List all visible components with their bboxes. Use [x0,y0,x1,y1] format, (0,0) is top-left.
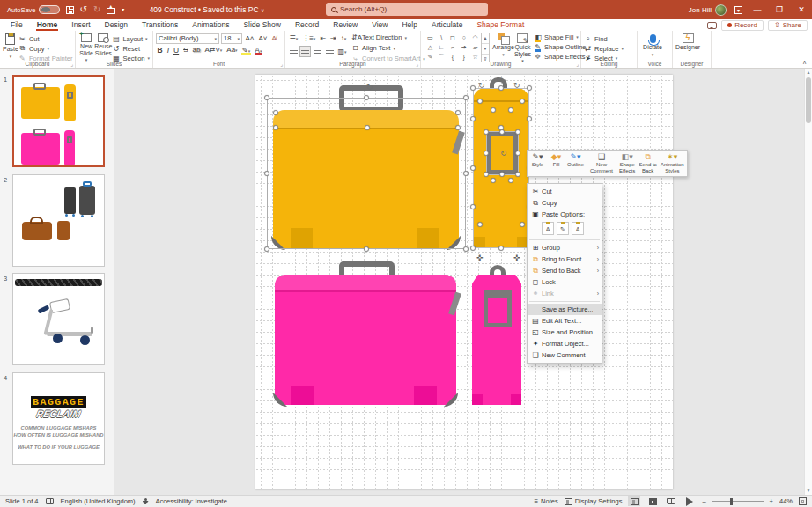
zoom-out-button[interactable]: – [702,497,705,505]
selection-handle[interactable] [508,107,513,113]
paste-option-keep-text-only-button[interactable]: A [572,222,584,235]
selection-handle[interactable] [470,246,476,251]
change-case-button[interactable]: Aa▾ [225,46,239,54]
document-title[interactable]: 409 Construct • Saved to this PC ∨ [132,5,282,14]
selection-handle[interactable] [463,95,469,100]
shapes-gallery-scroll[interactable]: ▲▼⊽ [482,33,490,62]
comments-icon[interactable] [707,22,717,29]
new-slide-button[interactable]: New Slide▾ [78,33,94,62]
selection-handle[interactable] [484,151,489,156]
paragraph-dialog-launcher-icon[interactable]: ⌟ [416,61,418,67]
line-spacing-button[interactable]: ↕▾ [339,34,348,42]
shape-gallery-item[interactable]: ◠ [473,33,478,42]
selection-handle[interactable] [520,222,525,227]
selection-handle[interactable] [491,178,496,183]
character-spacing-button[interactable]: A⇄V▾ [203,46,224,54]
slideshow-view-button[interactable] [683,496,696,506]
context-menu-item-save-as-picture[interactable]: Save as Picture... [528,304,602,315]
shape-gallery-item[interactable]: ▭ [427,33,433,42]
selection-handle[interactable] [515,151,520,156]
selection-handle[interactable] [508,178,513,183]
display-settings-button[interactable]: Display Settings [565,497,623,505]
bullets-button[interactable]: ☰▾ [288,34,299,42]
tab-animations[interactable]: Animations [185,19,236,31]
justify-button[interactable] [324,48,335,55]
mini-toolbar-shape-effects-button[interactable]: ◧▾Shape Effects [617,151,637,175]
decrease-indent-button[interactable]: ⇤ [319,34,328,42]
selection-handle[interactable] [364,246,369,252]
language-status[interactable]: English (United Kingdom) [61,497,136,505]
find-button[interactable]: ⌕Find [584,34,624,43]
mini-toolbar-new-comment-button[interactable]: ❑New Comment [588,151,615,175]
designer-button[interactable]: Designer [675,33,700,51]
context-menu-item-copy[interactable]: ⧉Copy [528,197,602,209]
font-family-select[interactable]: Calibri (Body)▾ [156,33,219,44]
rotation-handle[interactable]: ↻ [513,82,520,90]
clipboard-dialog-launcher-icon[interactable]: ⌟ [70,61,73,67]
mini-toolbar-fill-button[interactable]: ◆▾Fill [547,151,565,175]
slide-indicator[interactable]: Slide 1 of 4 [5,497,39,505]
selection-handle[interactable] [515,129,520,135]
pink-bag-knob-shape[interactable] [490,265,506,276]
bold-button[interactable]: B [156,46,164,55]
rotation-handle[interactable]: ↻ [478,82,485,90]
notes-button[interactable]: ≡Notes [534,497,557,505]
tab-home[interactable]: Home [30,19,65,31]
rotation-handle[interactable]: ↻ [496,76,503,84]
move-handle-icon[interactable]: ✜ [513,254,520,262]
tab-transitions[interactable]: Transitions [135,19,185,31]
selection-handle[interactable] [470,85,476,91]
autosave-switch-icon[interactable]: On [39,5,60,14]
context-menu-item-group[interactable]: ⊞Group› [528,242,602,254]
selection-handle[interactable] [264,95,269,100]
text-direction-button[interactable]: ⇵AText Direction ▾ [351,33,425,42]
slide-thumbnail-2[interactable] [12,174,105,267]
underline-button[interactable]: U [173,46,181,55]
scroll-up-icon[interactable]: ▲ [805,69,812,77]
columns-button[interactable]: ▥▾ [336,48,348,55]
selection-handle[interactable] [527,116,532,121]
context-menu-item-size-and-position[interactable]: ◱Size and Position... [528,327,602,338]
selection-handle[interactable] [484,172,489,177]
selection-handle[interactable] [470,204,476,209]
selection-handle[interactable] [264,246,269,252]
selection-handle[interactable] [455,125,461,130]
text-shadow-button[interactable]: ab [191,46,202,54]
font-color-button[interactable]: A▾ [254,46,263,55]
account-button[interactable]: Jon Hill [689,4,727,16]
selection-handle[interactable] [499,172,505,177]
context-menu-item-paste-options[interactable]: ▣Paste Options: [528,209,602,220]
tab-record[interactable]: Record [288,19,326,31]
context-menu-item-lock[interactable]: ◻Lock [528,276,602,288]
slide-sorter-view-button[interactable] [646,496,659,506]
selection-handle[interactable] [273,125,278,130]
selection-handle[interactable] [498,125,504,130]
search-input[interactable]: Search (Alt+Q) [326,3,488,16]
customize-qat-icon[interactable]: ▾ [122,5,124,14]
selection-handle[interactable] [364,95,369,100]
tab-shape-format[interactable]: Shape Format [469,19,531,31]
drawing-dialog-launcher-icon[interactable]: ⌟ [576,61,579,67]
paste-button[interactable]: Paste▾ [3,33,18,59]
selection-handle[interactable] [463,246,469,252]
zoom-slider[interactable] [712,501,764,502]
quick-styles-button[interactable]: Quick Styles▾ [514,33,531,63]
autosave-toggle[interactable]: AutoSave On [7,5,60,14]
increase-font-size-button[interactable]: A˄ [244,34,255,42]
slide-thumbnail-1[interactable] [12,75,105,167]
context-menu-item-edit-alt-text[interactable]: ▤Edit Alt Text... [528,315,602,327]
slide-thumbnail-3[interactable] [12,273,105,365]
record-button[interactable]: Record [721,20,764,31]
collapse-ribbon-icon[interactable]: ∧ [802,59,807,66]
reuse-slides-button[interactable]: Reuse Slides [94,33,112,56]
zoom-in-button[interactable]: + [770,497,773,505]
present-from-beginning-icon[interactable] [107,8,115,14]
zoom-slider-thumb[interactable] [730,498,733,505]
undo-icon[interactable]: ↺ [80,5,87,14]
tab-file[interactable]: File [4,19,30,31]
selection-handle[interactable] [455,110,461,115]
arrange-button[interactable]: Arrange▾ [492,33,514,57]
ribbon-display-options-icon[interactable]: ▾ [734,6,742,14]
paste-option-picture-button[interactable]: ✎ [557,222,569,235]
slide-editing-surface[interactable]: ↻↻↻↻↻✜✜ [255,75,673,489]
